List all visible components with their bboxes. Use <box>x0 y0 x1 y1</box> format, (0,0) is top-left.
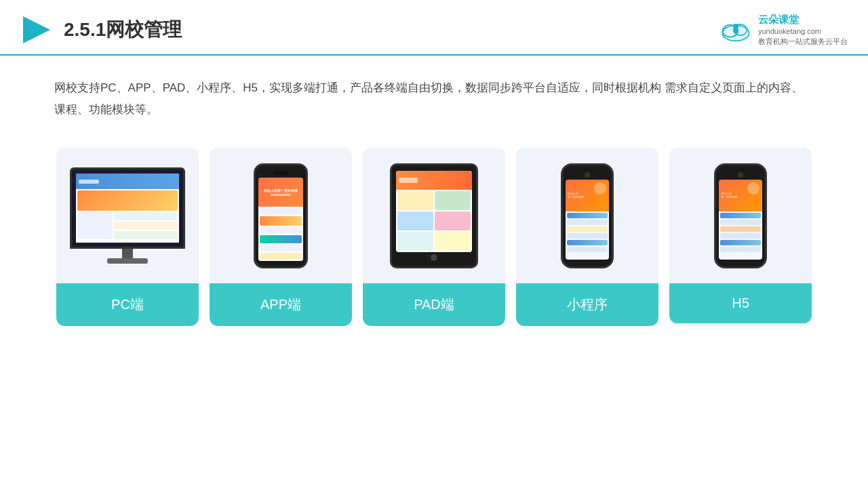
phone-mockup-app: 职达人的第一堂科销课 <box>254 163 308 268</box>
svg-point-7 <box>733 24 738 29</box>
brand-subtitle: 教育机构一站式服务云平台 <box>758 37 848 47</box>
card-mini: 职达人的第一堂科销课 小程序 <box>516 148 658 326</box>
card-pc-image <box>56 148 199 283</box>
card-pc: PC端 <box>56 148 199 326</box>
card-h5: 职达人的第一堂科销课 H5 <box>669 148 812 326</box>
device-cards-container: PC端 职达人的第一堂科销课 <box>0 134 868 326</box>
svg-marker-0 <box>23 16 50 43</box>
brand-logo-cloud <box>719 18 753 42</box>
description-text: 网校支持PC、APP、PAD、小程序、H5，实现多端打通，产品各终端自由切换，数… <box>0 56 868 135</box>
card-pad: PAD端 <box>363 148 505 326</box>
card-app: 职达人的第一堂科销课 APP端 <box>210 148 352 326</box>
page-title: 2.5.1网校管理 <box>64 17 182 43</box>
phone-mockup-h5: 职达人的第一堂科销课 <box>714 163 767 268</box>
header-left: 2.5.1网校管理 <box>20 14 182 46</box>
description-paragraph: 网校支持PC、APP、PAD、小程序、H5，实现多端打通，产品各终端自由切换，数… <box>54 77 814 121</box>
page-header: 2.5.1网校管理 云朵课堂 yunduoketang.com 教育机构一站式服… <box>0 0 868 56</box>
card-h5-label: H5 <box>669 283 812 323</box>
pc-monitor-mockup <box>70 167 185 264</box>
play-icon <box>20 14 53 46</box>
brand-name: 云朵课堂 <box>758 12 848 26</box>
card-pad-image <box>363 148 505 283</box>
phone-mockup-mini: 职达人的第一堂科销课 <box>561 163 614 268</box>
tablet-mockup <box>390 163 478 268</box>
brand-site: yunduoketang.com <box>758 26 848 37</box>
brand-text-block: 云朵课堂 yunduoketang.com 教育机构一站式服务云平台 <box>758 12 848 47</box>
svg-rect-8 <box>734 28 738 33</box>
brand-logo: 云朵课堂 yunduoketang.com 教育机构一站式服务云平台 <box>719 12 848 47</box>
card-mini-label: 小程序 <box>516 283 658 326</box>
card-pc-label: PC端 <box>56 283 199 326</box>
card-app-image: 职达人的第一堂科销课 <box>210 148 352 283</box>
card-pad-label: PAD端 <box>363 283 505 326</box>
card-mini-image: 职达人的第一堂科销课 <box>516 148 658 283</box>
card-app-label: APP端 <box>210 283 352 326</box>
card-h5-image: 职达人的第一堂科销课 <box>669 148 812 283</box>
